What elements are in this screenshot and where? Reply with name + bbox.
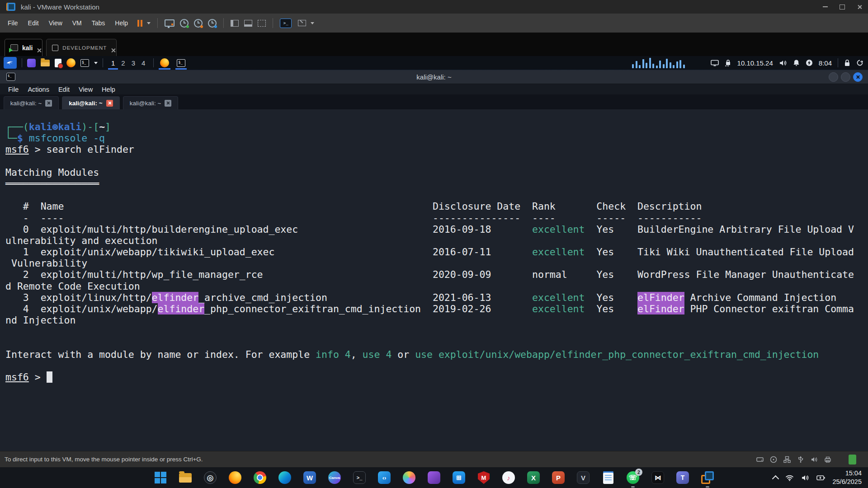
excel-icon[interactable]: X bbox=[527, 471, 540, 484]
itunes-icon[interactable]: ♪ bbox=[502, 471, 515, 484]
logout-icon[interactable] bbox=[856, 59, 863, 66]
console-view-icon[interactable] bbox=[258, 20, 266, 27]
terminal-line: └─$ msfconsole -q bbox=[5, 132, 854, 144]
vmware-taskbar-icon[interactable] bbox=[701, 471, 714, 484]
terminal-tab-close-icon[interactable] bbox=[106, 100, 113, 107]
windows-terminal-icon[interactable]: >_ bbox=[353, 471, 366, 484]
virtual-console-icon[interactable]: >_ bbox=[280, 19, 292, 28]
hdd-icon[interactable] bbox=[756, 456, 764, 463]
ms-store-icon[interactable]: ⊞ bbox=[452, 471, 466, 484]
maximize-button[interactable] bbox=[834, 0, 851, 14]
kali-menu-button[interactable] bbox=[4, 57, 17, 69]
volume-icon[interactable] bbox=[779, 60, 787, 66]
lock-screen-icon[interactable] bbox=[844, 59, 850, 66]
terminal-menu-actions[interactable]: Actions bbox=[23, 86, 54, 93]
file-manager-icon[interactable] bbox=[41, 60, 50, 66]
word-icon[interactable]: W bbox=[303, 471, 316, 484]
visual-studio-icon[interactable] bbox=[427, 471, 441, 484]
power-dropdown-icon[interactable] bbox=[147, 22, 151, 24]
powerpoint-icon[interactable]: P bbox=[552, 471, 565, 484]
app-launcher-icon[interactable] bbox=[27, 59, 36, 67]
canva-icon[interactable]: Canva bbox=[328, 471, 341, 484]
terminal-tab-3[interactable]: kali@kali: ~ bbox=[123, 96, 178, 109]
vmware-menu-help[interactable]: Help bbox=[110, 19, 133, 27]
vm-tab-development[interactable]: DEVELOPMENT bbox=[46, 39, 117, 56]
ip-address[interactable]: 10.10.15.24 bbox=[737, 59, 773, 67]
printer-icon[interactable] bbox=[824, 456, 831, 463]
terminal-menu-help[interactable]: Help bbox=[97, 86, 120, 93]
network-icon[interactable] bbox=[783, 456, 791, 463]
firefox-running-window[interactable] bbox=[159, 56, 170, 70]
terminal-tab-close-icon[interactable] bbox=[45, 100, 52, 107]
vmware-menu-file[interactable]: File bbox=[3, 19, 23, 27]
vmware-menu-vm[interactable]: VM bbox=[67, 19, 87, 27]
firefox-icon[interactable] bbox=[228, 471, 242, 484]
vpn-lock-icon[interactable] bbox=[725, 59, 731, 66]
vmware-menu-tabs[interactable]: Tabs bbox=[87, 19, 110, 27]
tray-volume-icon[interactable] bbox=[801, 474, 809, 481]
take-snapshot-icon[interactable] bbox=[180, 19, 189, 28]
capcut-icon[interactable]: ⋈ bbox=[651, 471, 665, 484]
show-thumbnail-bar-icon[interactable] bbox=[244, 20, 252, 27]
terminal-tab-2[interactable]: kali@kali: ~ bbox=[62, 96, 120, 109]
terminal-titlebar[interactable]: $_ kali@kali: ~ bbox=[0, 70, 868, 84]
obs-icon[interactable]: ◎ bbox=[203, 471, 217, 484]
workspace-3[interactable]: 3 bbox=[128, 56, 138, 70]
whatsapp-icon[interactable]: ☏2 bbox=[626, 471, 640, 484]
usb-icon[interactable] bbox=[797, 456, 804, 463]
send-ctrl-alt-del-icon[interactable] bbox=[165, 19, 175, 27]
snapshot-manager-icon[interactable] bbox=[208, 19, 217, 28]
battery-icon[interactable] bbox=[816, 474, 825, 481]
terminal-minimize-button[interactable] bbox=[829, 72, 838, 82]
text-editor-icon[interactable] bbox=[55, 59, 61, 67]
vscode-icon[interactable]: ‹› bbox=[377, 471, 391, 484]
terminal-running-window[interactable]: $_ bbox=[175, 56, 187, 70]
display-icon[interactable] bbox=[711, 60, 719, 66]
file-explorer-icon[interactable] bbox=[179, 471, 192, 484]
wifi-icon[interactable] bbox=[785, 474, 794, 481]
vm-tab-kali[interactable]: kali bbox=[5, 39, 42, 56]
workspace-1[interactable]: 1 bbox=[108, 56, 118, 70]
tray-chevron-up-icon[interactable] bbox=[772, 475, 779, 482]
pause-vm-button[interactable] bbox=[137, 20, 142, 27]
sound-icon[interactable] bbox=[811, 456, 818, 463]
launcher-dropdown-icon[interactable] bbox=[94, 62, 98, 64]
chrome-icon[interactable] bbox=[253, 471, 267, 484]
minimize-button[interactable] bbox=[816, 0, 834, 14]
cd-icon[interactable] bbox=[770, 456, 777, 463]
revert-snapshot-icon[interactable] bbox=[194, 19, 203, 28]
panel-clock[interactable]: 8:04 bbox=[819, 59, 832, 67]
terminal-menu-edit[interactable]: Edit bbox=[54, 86, 74, 93]
terminal-maximize-button[interactable] bbox=[841, 72, 850, 82]
vmware-menu-view[interactable]: View bbox=[44, 19, 67, 27]
close-button[interactable] bbox=[851, 0, 868, 14]
taskbar-clock[interactable]: 15:04 25/6/2025 bbox=[832, 469, 862, 486]
notepad-icon[interactable] bbox=[601, 471, 615, 484]
workspace-4[interactable]: 4 bbox=[138, 56, 148, 70]
terminal-tab-1[interactable]: kali@kali: ~ bbox=[4, 96, 59, 109]
fullscreen-icon[interactable] bbox=[298, 20, 306, 26]
mcafee-icon[interactable]: M bbox=[477, 471, 491, 484]
firefox-launcher-icon[interactable] bbox=[66, 58, 75, 67]
terminal-close-button[interactable] bbox=[853, 72, 863, 82]
terminal-launcher-icon[interactable]: $_ bbox=[80, 59, 89, 67]
edge-icon[interactable] bbox=[278, 471, 292, 484]
fullscreen-dropdown-icon[interactable] bbox=[311, 22, 314, 24]
panel-divider bbox=[838, 58, 838, 67]
terminal-menu-file[interactable]: File bbox=[4, 86, 23, 93]
terminal-body[interactable]: ┌──(kali⊛kali)-[~]└─$ msfconsole -qmsf6 … bbox=[0, 109, 868, 451]
terminal-menu-view[interactable]: View bbox=[74, 86, 97, 93]
notification-bell-icon[interactable] bbox=[793, 59, 800, 66]
start-button[interactable] bbox=[154, 471, 167, 484]
v-app-icon[interactable]: V bbox=[576, 471, 590, 484]
vmware-menu-edit[interactable]: Edit bbox=[23, 19, 44, 27]
workspace-2[interactable]: 2 bbox=[118, 56, 128, 70]
photos-icon[interactable] bbox=[402, 471, 416, 484]
power-manager-icon[interactable] bbox=[806, 59, 813, 66]
vm-message-tab[interactable] bbox=[849, 455, 856, 465]
terminal-tab-close-icon[interactable] bbox=[165, 100, 171, 107]
vm-stopped-icon bbox=[52, 45, 58, 51]
teams-icon[interactable]: T bbox=[676, 471, 689, 484]
show-library-icon[interactable] bbox=[231, 20, 239, 27]
terminal-line bbox=[5, 338, 854, 349]
